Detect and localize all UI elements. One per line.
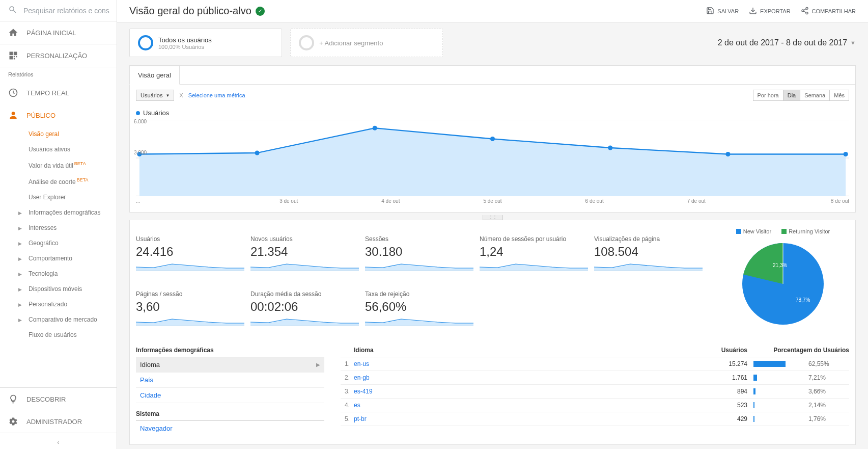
metric-card[interactable]: Sessões 30.180 — [365, 228, 480, 271]
table-row[interactable]: 3. es-419 894 3,66% — [341, 385, 849, 399]
time-month[interactable]: Mês — [829, 90, 849, 100]
metric-card[interactable]: Duração média da sessão 00:02:06 — [250, 283, 365, 326]
search-row — [0, 0, 117, 21]
legend-new-visitor: New Visitor — [736, 228, 771, 234]
sidebar-item-discover[interactable]: DESCOBRIR — [0, 388, 117, 410]
save-button[interactable]: SALVAR — [706, 7, 739, 16]
time-hour[interactable]: Por hora — [753, 90, 783, 100]
sparkline — [136, 317, 244, 326]
sub-ltv[interactable]: Valor da vida útilBETA — [0, 157, 117, 173]
sidebar-item-audience[interactable]: PÚBLICO — [0, 104, 117, 126]
dim-language[interactable]: Idioma▶ — [136, 357, 324, 373]
table-row[interactable]: 2. en-gb 1.761 7,21% — [341, 371, 849, 385]
sub-custom[interactable]: ▶Personalizado — [0, 297, 117, 312]
dim-country[interactable]: País — [136, 373, 324, 388]
metric-card[interactable]: Taxa de rejeição 56,60% — [365, 283, 480, 326]
metric-value: 3,60 — [136, 300, 244, 314]
svg-rect-2 — [10, 56, 13, 60]
metric-label: Usuários — [136, 228, 244, 243]
svg-point-9 — [802, 10, 804, 12]
line-chart[interactable]: 6.0003.000 — [136, 120, 849, 196]
metric-card[interactable]: Usuários 24.416 — [136, 228, 250, 271]
sub-technology[interactable]: ▶Tecnologia — [0, 266, 117, 281]
date-range-picker[interactable]: 2 de out de 2017 - 8 de out de 2017 ▼ — [718, 38, 856, 47]
chevron-down-icon: ▼ — [850, 40, 856, 46]
section-title-reports: Relatórios — [0, 67, 117, 82]
table-row[interactable]: 4. es 523 2,14% — [341, 399, 849, 412]
col-pct: Porcentagem do Usuários — [747, 347, 849, 354]
row-users: 429 — [702, 415, 747, 422]
metric-value: 24.416 — [136, 245, 244, 259]
sub-interests[interactable]: ▶Interesses — [0, 220, 117, 235]
pie-chart[interactable]: 21,3% 78,7% — [717, 241, 849, 327]
share-icon — [801, 7, 809, 16]
metric-value: 1,24 — [480, 245, 588, 259]
metric-card[interactable]: Páginas / sessão 3,60 — [136, 283, 250, 326]
time-day[interactable]: Dia — [783, 90, 800, 100]
page-title: Visão geral do público-alvo ✓ — [129, 5, 265, 17]
svg-rect-1 — [14, 52, 17, 56]
segment-all-users[interactable]: Todos os usuários 100,00% Usuários — [129, 29, 282, 57]
sidebar: PÁGINA INICIAL PERSONALIZAÇÃO Relatórios… — [0, 0, 117, 449]
chevron-right-icon: ▶ — [18, 226, 23, 231]
sidebar-label: PERSONALIZAÇÃO — [26, 52, 87, 60]
ring-icon — [138, 35, 153, 50]
svg-rect-3 — [14, 56, 15, 58]
sidebar-item-admin[interactable]: ADMINISTRADOR — [0, 410, 117, 433]
sub-behavior[interactable]: ▶Comportamento — [0, 251, 117, 266]
sidebar-label: PÚBLICO — [26, 112, 55, 119]
col-users: Usuários — [702, 347, 747, 354]
sub-demographics[interactable]: ▶Informações demográficas — [0, 205, 117, 220]
export-button[interactable]: EXPORTAR — [749, 7, 791, 16]
expand-grip[interactable]: ⋮⋮ — [483, 215, 503, 220]
remove-metric-button[interactable]: X — [179, 92, 183, 98]
search-input[interactable] — [23, 7, 113, 15]
collapse-sidebar-button[interactable]: ‹ — [0, 433, 117, 449]
metric-card[interactable]: Número de sessões por usuário 1,24 — [480, 228, 594, 271]
sidebar-item-home[interactable]: PÁGINA INICIAL — [0, 21, 117, 44]
svg-point-18 — [608, 145, 612, 150]
share-button[interactable]: COMPARTILHAR — [801, 7, 856, 16]
chart-area: Usuários 6.0003.000 ...3 de out4 de out5… — [130, 106, 855, 212]
row-pct: 62,55% — [808, 360, 829, 367]
pie-returning-label: 21,3% — [773, 262, 787, 268]
row-pct: 7,21% — [808, 374, 826, 381]
col-dimension: Idioma — [354, 347, 702, 354]
dim-browser[interactable]: Navegador — [136, 421, 324, 436]
chevron-left-icon: ‹ — [57, 438, 59, 446]
select-metric-link[interactable]: Selecione uma métrica — [188, 92, 245, 98]
header-bar: Visão geral do público-alvo ✓ SALVAR EXP… — [117, 0, 868, 22]
metric-label: Novos usuários — [250, 228, 359, 243]
sub-explorer[interactable]: User Explorer — [0, 190, 117, 205]
sparkline — [250, 317, 359, 326]
clock-icon — [8, 88, 20, 98]
sub-active-users[interactable]: Usuários ativos — [0, 142, 117, 157]
pie-section: New Visitor Returning Visitor 21,3% 78,7… — [717, 228, 849, 327]
sub-mobile[interactable]: ▶Dispositivos móveis — [0, 281, 117, 297]
table-row[interactable]: 5. pt-br 429 1,76% — [341, 412, 849, 426]
row-name: pt-br — [354, 415, 702, 422]
metric-card[interactable]: Novos usuários 21.354 — [250, 228, 365, 271]
time-week[interactable]: Semana — [800, 90, 829, 100]
dim-city[interactable]: Cidade — [136, 388, 324, 403]
sub-flow[interactable]: Fluxo de usuários — [0, 327, 117, 342]
tab-overview[interactable]: Visão geral — [129, 66, 180, 85]
add-segment-button[interactable]: + Adicionar segmento — [290, 29, 443, 57]
sub-overview[interactable]: Visão geral — [0, 126, 117, 142]
sub-geo[interactable]: ▶Geográfico — [0, 235, 117, 251]
chart-x-labels: ...3 de out4 de out5 de out6 de out7 de … — [136, 196, 849, 206]
metric-card[interactable]: Visualizações de página 108.504 — [594, 228, 709, 271]
sidebar-item-custom[interactable]: PERSONALIZAÇÃO — [0, 44, 117, 67]
metric-label: Duração média da sessão — [250, 283, 359, 298]
metric-label: Sessões — [365, 228, 473, 243]
svg-point-17 — [490, 137, 495, 141]
row-users: 894 — [702, 388, 747, 395]
sub-cohort[interactable]: Análise de coorteBETA — [0, 173, 117, 190]
sidebar-item-realtime[interactable]: TEMPO REAL — [0, 82, 117, 104]
metric-value: 00:02:06 — [250, 300, 359, 314]
metric-dropdown[interactable]: Usuários▼ — [136, 90, 174, 101]
export-icon — [749, 7, 757, 16]
table-row[interactable]: 1. en-us 15.274 62,55% — [341, 357, 849, 371]
sparkline — [250, 262, 359, 271]
sub-benchmarking[interactable]: ▶Comparativo de mercado — [0, 312, 117, 327]
